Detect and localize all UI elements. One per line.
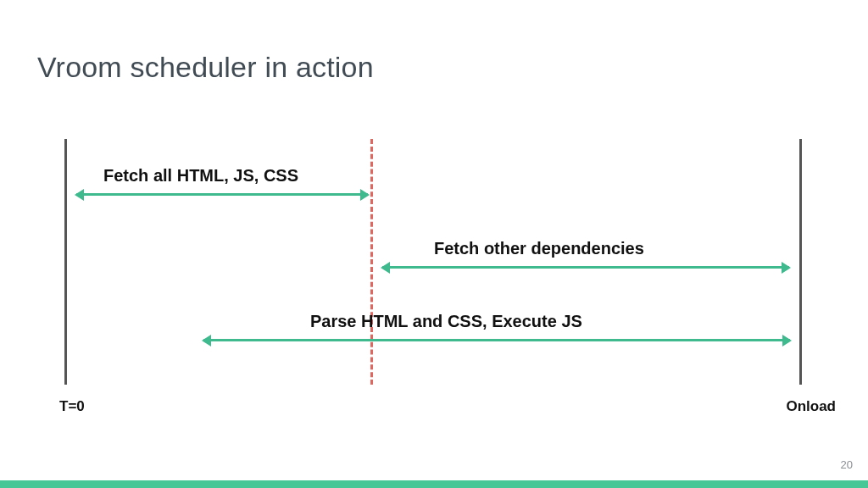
axis-label-start: T=0 [59, 398, 85, 415]
timeline-diagram: Fetch all HTML, JS, CSS Fetch other depe… [64, 139, 802, 385]
span-parse-exec-label: Parse HTML and CSS, Execute JS [310, 312, 582, 331]
span-fetch-deps [382, 266, 789, 269]
marker-vertical-dashed [370, 139, 373, 385]
axis-label-end: Onload [786, 398, 836, 415]
timeline-start-bar [64, 139, 67, 385]
span-parse-exec [203, 339, 790, 341]
span-fetch-deps-label: Fetch other dependencies [434, 239, 644, 258]
page-number: 20 [841, 458, 853, 471]
span-fetch-main [76, 193, 368, 196]
timeline-end-bar [799, 139, 802, 385]
span-fetch-main-label: Fetch all HTML, JS, CSS [103, 166, 298, 186]
footer-accent-bar [0, 480, 868, 488]
slide-title: Vroom scheduler in action [37, 51, 374, 84]
